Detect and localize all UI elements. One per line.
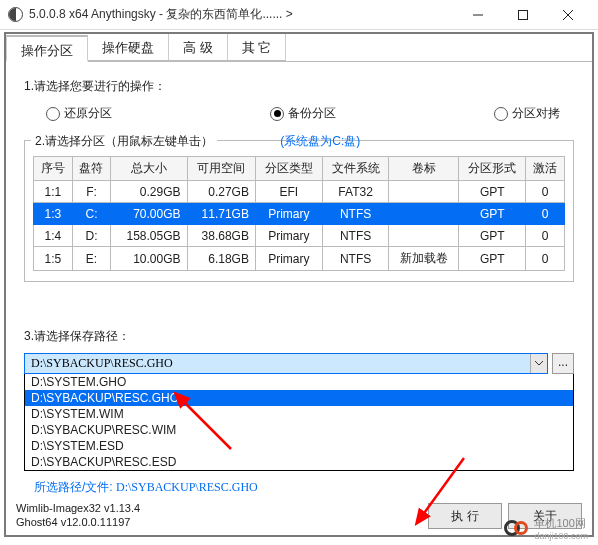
- selected-path-line: 所选路径/文件: D:\SYBACKUP\RESC.GHO: [34, 479, 564, 496]
- col-header[interactable]: 序号: [34, 157, 73, 181]
- cell: 10.00GB: [111, 247, 187, 271]
- cell: [389, 225, 459, 247]
- col-header[interactable]: 可用空间: [187, 157, 255, 181]
- cell: FAT32: [322, 181, 389, 203]
- tab-advanced[interactable]: 高 级: [169, 34, 228, 61]
- col-header[interactable]: 卷标: [389, 157, 459, 181]
- cell: GPT: [459, 203, 526, 225]
- cell: 0.27GB: [187, 181, 255, 203]
- cell: 新加载卷: [389, 247, 459, 271]
- system-disk-note: (系统盘为C:盘): [280, 134, 360, 148]
- section1-label: 1.请选择您要进行的操作：: [24, 78, 580, 95]
- col-header[interactable]: 盘符: [72, 157, 111, 181]
- cell: 1:5: [34, 247, 73, 271]
- cell: 1:3: [34, 203, 73, 225]
- cell: F:: [72, 181, 111, 203]
- watermark-name: 单机100网: [534, 516, 588, 531]
- cell: D:: [72, 225, 111, 247]
- svg-line-5: [422, 458, 464, 516]
- combo-value: D:\SYBACKUP\RESC.GHO: [25, 354, 530, 373]
- radio-restore-label: 还原分区: [64, 105, 112, 122]
- section2-label: 2.请选择分区（用鼠标左键单击）: [31, 133, 217, 150]
- cell: 6.18GB: [187, 247, 255, 271]
- lib-wimlib: Wimlib-Imagex32 v1.13.4: [16, 501, 140, 515]
- maximize-button[interactable]: [500, 0, 545, 30]
- selected-path-value: D:\SYBACKUP\RESC.GHO: [116, 480, 258, 494]
- table-row[interactable]: 1:4D:158.05GB38.68GBPrimaryNTFSGPT0: [34, 225, 565, 247]
- cell: C:: [72, 203, 111, 225]
- chevron-down-icon[interactable]: [530, 354, 547, 373]
- cell: Primary: [255, 225, 322, 247]
- cell: GPT: [459, 247, 526, 271]
- window-title: 5.0.0.8 x64 Anythingsky - 复杂的东西简单化......…: [29, 6, 293, 23]
- cell: 0: [526, 203, 565, 225]
- save-path-combo[interactable]: D:\SYBACKUP\RESC.GHO: [24, 353, 548, 374]
- cell: Primary: [255, 247, 322, 271]
- cell: NTFS: [322, 203, 389, 225]
- table-row[interactable]: 1:1F:0.29GB0.27GBEFIFAT32GPT0: [34, 181, 565, 203]
- tabstrip: 操作分区 操作硬盘 高 级 其 它: [6, 34, 592, 62]
- cell: GPT: [459, 181, 526, 203]
- close-button[interactable]: [545, 0, 590, 30]
- section3-label: 3.请选择保存路径：: [24, 328, 580, 345]
- col-header[interactable]: 文件系统: [322, 157, 389, 181]
- table-row[interactable]: 1:3C:70.00GB11.71GBPrimaryNTFSGPT0: [34, 203, 565, 225]
- radio-restore[interactable]: 还原分区: [46, 105, 112, 122]
- dropdown-item[interactable]: D:\SYSTEM.GHO: [25, 374, 573, 390]
- cell: NTFS: [322, 247, 389, 271]
- cell: [389, 203, 459, 225]
- cell: 0: [526, 181, 565, 203]
- annotation-arrow: [176, 394, 236, 457]
- tab-partition-ops[interactable]: 操作分区: [6, 35, 88, 62]
- watermark-url: danji100.com: [534, 531, 588, 541]
- radio-backup[interactable]: 备份分区: [270, 105, 336, 122]
- table-row[interactable]: 1:5E:10.00GB6.18GBPrimaryNTFS新加载卷GPT0: [34, 247, 565, 271]
- cell: E:: [72, 247, 111, 271]
- svg-line-4: [182, 400, 231, 449]
- col-header[interactable]: 分区类型: [255, 157, 322, 181]
- cell: 158.05GB: [111, 225, 187, 247]
- cell: 38.68GB: [187, 225, 255, 247]
- cell: 0: [526, 247, 565, 271]
- partition-table[interactable]: 序号盘符总大小可用空间分区类型文件系统卷标分区形式激活 1:1F:0.29GB0…: [33, 156, 565, 271]
- col-header[interactable]: 总大小: [111, 157, 187, 181]
- app-icon: [8, 7, 23, 22]
- cell: EFI: [255, 181, 322, 203]
- cell: [389, 181, 459, 203]
- path-dropdown[interactable]: D:\SYSTEM.GHOD:\SYBACKUP\RESC.GHOD:\SYST…: [24, 374, 574, 471]
- dropdown-item[interactable]: D:\SYBACKUP\RESC.ESD: [25, 454, 573, 470]
- col-header[interactable]: 分区形式: [459, 157, 526, 181]
- radio-copy-label: 分区对拷: [512, 105, 560, 122]
- tab-disk-ops[interactable]: 操作硬盘: [88, 34, 169, 61]
- cell: 11.71GB: [187, 203, 255, 225]
- partition-groupbox: 2.请选择分区（用鼠标左键单击） (系统盘为C:盘) 序号盘符总大小可用空间分区…: [24, 140, 574, 282]
- col-header[interactable]: 激活: [526, 157, 565, 181]
- cell: 1:1: [34, 181, 73, 203]
- minimize-button[interactable]: [455, 0, 500, 30]
- watermark: 单机100网 danji100.com: [504, 516, 588, 541]
- cell: GPT: [459, 225, 526, 247]
- svg-rect-1: [518, 10, 527, 19]
- cell: 1:4: [34, 225, 73, 247]
- cell: 0: [526, 225, 565, 247]
- library-info: Wimlib-Imagex32 v1.13.4 Ghost64 v12.0.0.…: [16, 501, 140, 529]
- tab-other[interactable]: 其 它: [228, 34, 287, 61]
- selected-path-label: 所选路径/文件:: [34, 480, 113, 494]
- browse-button[interactable]: ...: [552, 353, 574, 374]
- title-bar: 5.0.0.8 x64 Anythingsky - 复杂的东西简单化......…: [0, 0, 598, 30]
- dropdown-item[interactable]: D:\SYBACKUP\RESC.WIM: [25, 422, 573, 438]
- cell: 70.00GB: [111, 203, 187, 225]
- radio-copy[interactable]: 分区对拷: [494, 105, 560, 122]
- annotation-arrow: [416, 454, 476, 527]
- cell: Primary: [255, 203, 322, 225]
- dropdown-item[interactable]: D:\SYSTEM.ESD: [25, 438, 573, 454]
- lib-ghost: Ghost64 v12.0.0.11197: [16, 515, 140, 529]
- cell: NTFS: [322, 225, 389, 247]
- dropdown-item[interactable]: D:\SYSTEM.WIM: [25, 406, 573, 422]
- dropdown-item[interactable]: D:\SYBACKUP\RESC.GHO: [25, 390, 573, 406]
- radio-backup-label: 备份分区: [288, 105, 336, 122]
- cell: 0.29GB: [111, 181, 187, 203]
